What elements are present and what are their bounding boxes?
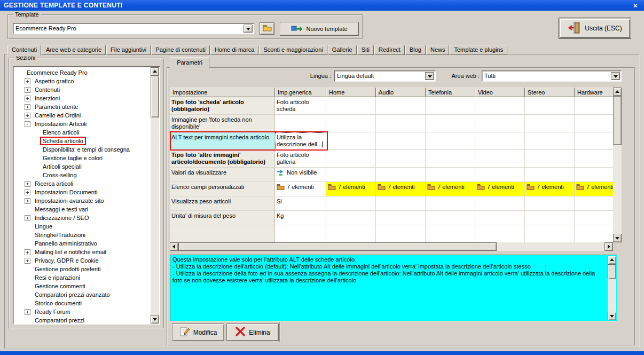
- column-header-telefonia[interactable]: Telefonia: [426, 88, 475, 97]
- tree-item-label[interactable]: Resi e riparazioni: [33, 274, 82, 281]
- param-row-tipo-foto-altre-immagini-articolo-documento-obbligatorio[interactable]: Tipo foto 'altre immagini' articolo/docu…: [170, 150, 613, 168]
- expand-icon[interactable]: +: [25, 215, 30, 221]
- scroll-thumb[interactable]: [178, 242, 497, 251]
- param-area-value[interactable]: [326, 211, 376, 225]
- param-area-value[interactable]: [475, 97, 525, 115]
- param-row-elenco-campi-personalizzati[interactable]: Elenco campi personalizzati7 elementi7 e…: [170, 182, 613, 196]
- param-area-value[interactable]: [525, 132, 575, 150]
- param-area-value[interactable]: [426, 132, 475, 150]
- param-area-value[interactable]: [575, 168, 613, 182]
- tree-item-label[interactable]: Lingue: [33, 223, 54, 230]
- new-template-button[interactable]: Nuovo template: [280, 22, 359, 36]
- param-area-value[interactable]: 7 elementi: [575, 182, 613, 196]
- tree-item-inserzioni[interactable]: +Inserzioni: [14, 94, 151, 102]
- param-area-value[interactable]: [376, 97, 426, 115]
- param-area-value[interactable]: [575, 97, 613, 115]
- column-header-impostazione[interactable]: Impostazione: [170, 88, 275, 97]
- param-row-valori-da-visualizzare[interactable]: Valori da visualizzareNon visibile: [170, 168, 613, 182]
- tree-item-articoli-speciali[interactable]: Articoli speciali: [14, 162, 151, 171]
- expand-icon[interactable]: +: [25, 87, 30, 93]
- tree-item-mailing-list-e-notifiche-email[interactable]: +Mailing list e notifiche email: [14, 248, 151, 256]
- tab-aree-web-e-categorie[interactable]: Aree web e categorie: [42, 45, 106, 55]
- param-area-value[interactable]: [525, 211, 575, 225]
- scroll-thumb[interactable]: [613, 96, 622, 145]
- tree-item-scheda-articolo[interactable]: Scheda articolo: [14, 137, 151, 145]
- param-area-value[interactable]: [326, 97, 376, 115]
- param-area-value[interactable]: [426, 168, 475, 182]
- tree-item-gestione-prodotti-preferiti[interactable]: Gestione prodotti preferiti: [14, 265, 151, 273]
- expand-icon[interactable]: +: [25, 113, 30, 119]
- param-value[interactable]: [275, 115, 326, 132]
- tab-template-e-plugins[interactable]: Template e plugins: [450, 45, 507, 55]
- param-area-value[interactable]: [475, 211, 525, 225]
- param-area-value[interactable]: [376, 168, 426, 182]
- chevron-down-icon[interactable]: [244, 25, 253, 33]
- tree-item-label[interactable]: Mailing list e notifiche email: [33, 249, 108, 255]
- param-area-value[interactable]: [475, 150, 525, 168]
- param-area-value[interactable]: [525, 97, 575, 115]
- tree-item-resi-e-riparazioni[interactable]: Resi e riparazioni: [14, 273, 151, 282]
- modifica-button[interactable]: Modifica: [172, 324, 224, 341]
- info-scrollbar[interactable]: [608, 256, 616, 320]
- close-icon[interactable]: ×: [631, 2, 640, 10]
- column-header-stereo[interactable]: Stereo: [525, 88, 575, 97]
- exit-button[interactable]: Uscita (ESC): [559, 18, 631, 39]
- open-template-button[interactable]: [260, 22, 274, 35]
- tree-item-parametri-utente[interactable]: +Parametri utente: [14, 102, 151, 111]
- chevron-down-icon[interactable]: [611, 72, 620, 80]
- tree-item-ready-forum[interactable]: +Ready Forum: [14, 307, 151, 316]
- param-area-value[interactable]: [525, 196, 575, 211]
- tab-blog[interactable]: Blog: [405, 45, 426, 55]
- tab-home-di-marca[interactable]: Home di marca: [210, 45, 259, 55]
- tree-item-indicizzazione-seo[interactable]: +Indicizzazione / SEO: [14, 214, 151, 222]
- tree-item-lingue[interactable]: Lingue: [14, 222, 151, 231]
- tree-item-label[interactable]: Impostazioni avanzate sito: [33, 198, 106, 204]
- tree-item-label[interactable]: Indicizzazione / SEO: [33, 215, 91, 221]
- param-area-value[interactable]: 7 elementi: [426, 182, 475, 196]
- param-area-value[interactable]: 7 elementi: [525, 182, 575, 196]
- param-area-value[interactable]: [475, 132, 525, 150]
- tree-item-label[interactable]: Ready Forum: [33, 309, 72, 315]
- param-row-tipo-foto-scheda-articolo-obbligatorio[interactable]: Tipo foto 'scheda' articolo (obbligatori…: [170, 97, 613, 115]
- tree-item-label[interactable]: Parametri utente: [33, 104, 80, 110]
- param-area-value[interactable]: [575, 115, 613, 132]
- column-header-home[interactable]: Home: [326, 88, 376, 97]
- tree-item-carrello-ed-ordini[interactable]: +Carrello ed Ordini: [14, 111, 151, 120]
- param-area-value[interactable]: [575, 196, 613, 211]
- param-row-visualizza-peso-articoli[interactable]: Visualizza peso articoliSi: [170, 196, 613, 211]
- param-area-value[interactable]: [376, 211, 426, 225]
- tree-scrollbar[interactable]: [151, 67, 159, 324]
- tree-item-label[interactable]: Elenco articoli: [41, 129, 81, 136]
- tree-item-aspetto-grafico[interactable]: +Aspetto grafico: [14, 77, 151, 85]
- param-area-value[interactable]: [376, 132, 426, 150]
- expand-icon[interactable]: +: [25, 309, 30, 315]
- column-header-hardware[interactable]: Hardware: [575, 88, 613, 97]
- expand-icon[interactable]: +: [25, 96, 30, 101]
- expand-icon[interactable]: +: [25, 78, 30, 84]
- param-value-editor[interactable]: Utilizza la descrizione dell...: [275, 132, 326, 150]
- tree-item-privacy-gdpr-e-cookie[interactable]: +Privacy, GDPR e Cookie: [14, 256, 151, 265]
- expand-icon[interactable]: +: [25, 198, 30, 204]
- tab-redirect[interactable]: Redirect: [374, 45, 405, 55]
- expand-icon[interactable]: +: [25, 104, 30, 110]
- tab-pagine-di-contenuti[interactable]: Pagine di contenuti: [151, 45, 210, 55]
- tree-item-impostazioni-articoli[interactable]: -Impostazioni Articoli: [14, 120, 151, 128]
- tree-item-comparatori-prezzi[interactable]: Comparatori prezzi: [14, 316, 151, 324]
- scroll-down-button[interactable]: [613, 234, 622, 242]
- tree-item-label[interactable]: Pannello amministrativo: [33, 240, 99, 247]
- param-area-value[interactable]: [326, 132, 376, 150]
- tree-item-label[interactable]: Gestione commenti: [33, 283, 87, 289]
- scroll-down-button[interactable]: [151, 315, 159, 324]
- param-area-value[interactable]: [326, 168, 376, 182]
- tree-item-ricerca-articoli[interactable]: +Ricerca articoli: [14, 179, 151, 188]
- param-value[interactable]: Foto articolo scheda: [275, 97, 326, 115]
- tree-item-label[interactable]: Stringhe/Traduzioni: [33, 232, 87, 238]
- scroll-right-button[interactable]: [604, 242, 613, 251]
- tree-item-label[interactable]: Ricerca articoli: [33, 180, 75, 187]
- tree-item-label[interactable]: Cross-selling: [41, 172, 78, 178]
- tree-item-label[interactable]: Ecommerce Ready Pro: [25, 69, 89, 76]
- param-value[interactable]: Foto articolo galleria: [275, 150, 326, 168]
- tree-item-disponibilita-e-tempi-di-consegna[interactable]: Disponibilita' e tempi di consegna: [14, 145, 151, 154]
- tree-item-ecommerce-ready-pro[interactable]: Ecommerce Ready Pro: [14, 68, 151, 77]
- tree-item-elenco-articoli[interactable]: Elenco articoli: [14, 128, 151, 137]
